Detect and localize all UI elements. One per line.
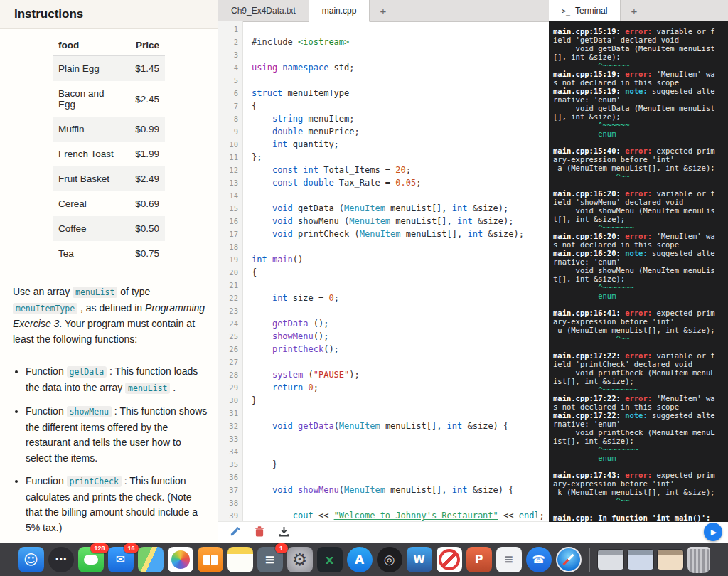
books-icon[interactable] bbox=[198, 547, 223, 572]
terminal-line: main.cpp:15:19: error: variable or f bbox=[553, 27, 728, 36]
line-number: 36 bbox=[218, 471, 238, 484]
code-line: }; bbox=[252, 151, 549, 164]
finder-icon[interactable]: ☺ bbox=[18, 547, 44, 572]
table-cell: $0.50 bbox=[129, 216, 165, 241]
blocked-icon[interactable] bbox=[437, 547, 462, 572]
terminal-line: main.cpp:16:20: note: suggested alte bbox=[553, 249, 728, 257]
instructions-bullets: Function getData : This function loads t… bbox=[0, 364, 208, 535]
table-row: Muffin$0.99 bbox=[53, 117, 165, 142]
line-number: 19 bbox=[218, 253, 238, 266]
terminal-line bbox=[553, 343, 728, 351]
instructions-paragraph: Use an array menuList of type menuItemTy… bbox=[13, 284, 206, 347]
code-line: string menuItem; bbox=[252, 112, 549, 125]
table-cell: $1.45 bbox=[129, 56, 165, 82]
text: Use an array bbox=[13, 286, 73, 297]
settings-icon[interactable]: ⚙ bbox=[287, 547, 313, 572]
camera-icon[interactable]: ◎ bbox=[377, 547, 402, 572]
window-thumb-1[interactable] bbox=[598, 550, 623, 570]
notes-icon[interactable] bbox=[228, 547, 253, 572]
trash-icon[interactable] bbox=[687, 547, 710, 573]
mail-glyph: ✉ bbox=[116, 554, 125, 565]
phone-icon[interactable]: ☎ bbox=[526, 547, 552, 572]
line-number: 32 bbox=[218, 420, 238, 432]
window-thumb-3[interactable] bbox=[658, 550, 683, 570]
terminal-line: ield 'getData' declared void bbox=[553, 36, 728, 44]
code-line bbox=[252, 74, 549, 87]
code-line: using namespace std; bbox=[252, 61, 549, 74]
launchpad-icon[interactable]: ⋯ bbox=[48, 547, 74, 572]
run-button[interactable]: ▶ bbox=[704, 523, 722, 541]
document-icon[interactable]: ≡ bbox=[496, 547, 522, 572]
instructions-body: foodPricePlain Egg$1.45Bacon and Egg$2.4… bbox=[0, 29, 218, 535]
editor-panel: Ch9_Ex4Data.txt main.cpp + 1234567891011… bbox=[218, 0, 550, 543]
notification-badge: 16 bbox=[124, 543, 138, 553]
editor-new-tab-button[interactable]: + bbox=[370, 0, 396, 21]
table-row: Coffee$0.50 bbox=[53, 216, 165, 241]
docs-glyph: ≡ bbox=[264, 553, 275, 566]
code-line: } bbox=[252, 458, 549, 471]
photos-icon[interactable] bbox=[168, 547, 193, 572]
code-line: } bbox=[252, 394, 549, 407]
maps-icon[interactable] bbox=[138, 547, 164, 572]
terminal-line bbox=[553, 505, 728, 513]
tab-main-cpp[interactable]: main.cpp bbox=[309, 0, 370, 22]
code-line bbox=[252, 240, 549, 253]
download-button[interactable] bbox=[277, 525, 291, 540]
word-icon[interactable]: W bbox=[407, 547, 432, 572]
table-cell: Coffee bbox=[53, 216, 129, 241]
code-line bbox=[252, 48, 549, 61]
line-number: 14 bbox=[218, 189, 238, 202]
terminal-line bbox=[553, 300, 728, 309]
terminal-line: ^~~~~~~~~ bbox=[553, 445, 728, 454]
appstore-icon[interactable]: A bbox=[347, 547, 373, 572]
line-number: 6 bbox=[218, 87, 238, 100]
edit-button[interactable] bbox=[228, 525, 242, 540]
window-thumb-2[interactable] bbox=[628, 550, 653, 570]
terminal-line: rnative: 'enum' bbox=[553, 95, 728, 104]
terminal-line: [], int &size); bbox=[553, 112, 728, 121]
screen: Instructions foodPricePlain Egg$1.45Baco… bbox=[0, 0, 728, 576]
terminal-line: main.cpp:15:19: note: suggested alte bbox=[553, 87, 728, 95]
code-editor[interactable]: 1234567891011121314151617181920212223242… bbox=[218, 21, 549, 522]
code-line: return 0; bbox=[252, 381, 549, 394]
excel-icon[interactable]: x bbox=[317, 547, 343, 572]
inline-code: getData bbox=[67, 366, 107, 378]
terminal-line: s not declared in this scope bbox=[553, 402, 728, 411]
table-row: French Toast$1.99 bbox=[53, 142, 165, 166]
code-line: getData (); bbox=[252, 317, 549, 330]
table-cell: $0.99 bbox=[129, 117, 165, 142]
instruction-bullet: Function printCheck : This function calc… bbox=[26, 474, 208, 535]
terminal-line: u (MenuItem menuList[], int &size); bbox=[553, 326, 728, 334]
messages-icon[interactable]: 128 bbox=[78, 547, 104, 572]
terminal-new-tab-button[interactable]: + bbox=[621, 0, 647, 21]
terminal-panel: >_ Terminal + main.cpp:15:19: error: var… bbox=[549, 0, 728, 543]
delete-button[interactable] bbox=[253, 525, 266, 540]
tab-ch9-ex4data-txt[interactable]: Ch9_Ex4Data.txt bbox=[218, 0, 309, 21]
table-row: Plain Egg$1.45 bbox=[53, 56, 165, 82]
code-line: void printCheck (MenuItem menuList[], in… bbox=[252, 228, 549, 240]
text: . bbox=[170, 382, 176, 393]
dock: ☺⋯128✉16≡1⚙xA◎WP≡☎ bbox=[0, 543, 728, 576]
line-number: 2 bbox=[218, 36, 238, 48]
terminal-line: ^~~~~~~ bbox=[553, 61, 728, 70]
terminal-line: main.cpp:17:22: error: variable or f bbox=[553, 351, 728, 360]
terminal-output[interactable]: main.cpp:15:19: error: variable or field… bbox=[549, 21, 728, 528]
table-cell: $0.75 bbox=[129, 241, 165, 266]
terminal-line: t[], int &size); bbox=[553, 274, 728, 283]
docs-icon[interactable]: ≡1 bbox=[257, 547, 283, 572]
terminal-line bbox=[553, 462, 728, 471]
mail-icon[interactable]: ✉16 bbox=[108, 547, 134, 572]
tab-terminal[interactable]: >_ Terminal bbox=[549, 0, 621, 22]
table-row: Cereal$0.69 bbox=[53, 191, 165, 216]
powerpoint-icon[interactable]: P bbox=[466, 547, 492, 572]
line-number: 5 bbox=[218, 74, 238, 87]
instructions-title: Instructions bbox=[0, 0, 218, 29]
safari-icon[interactable] bbox=[556, 547, 582, 572]
line-number: 37 bbox=[218, 484, 238, 496]
terminal-line: void getData (MenuItem menuList bbox=[553, 104, 728, 112]
line-number: 24 bbox=[218, 317, 238, 330]
terminal-line: ary-expression before 'int' bbox=[553, 317, 728, 326]
powerpoint-glyph: P bbox=[475, 554, 483, 565]
line-number: 39 bbox=[218, 509, 238, 522]
pencil-icon bbox=[230, 526, 240, 539]
